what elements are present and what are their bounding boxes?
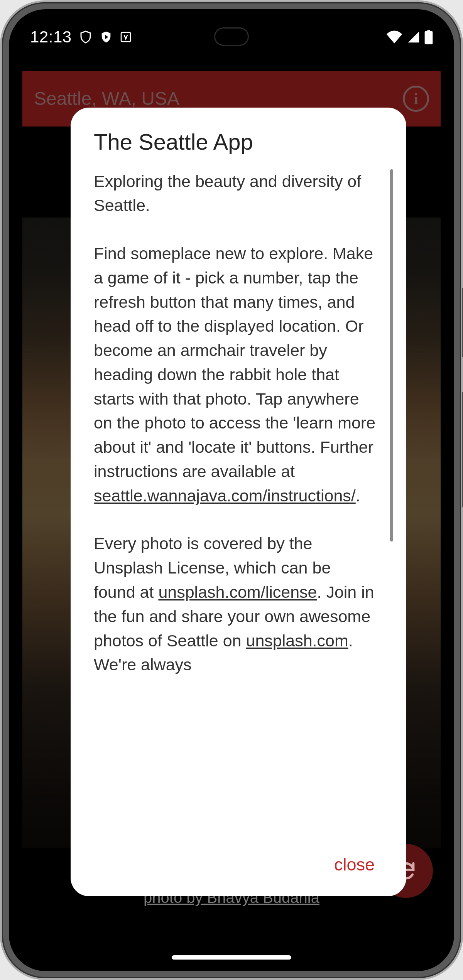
svg-rect-2 [428, 30, 430, 32]
cell-signal-icon [407, 30, 421, 44]
scrollbar[interactable] [390, 169, 393, 541]
shield-play-icon [100, 30, 113, 44]
phone-frame: 12:13 [2, 2, 461, 978]
dialog-intro: Exploring the beauty and diversity of Se… [94, 172, 361, 215]
unsplash-link[interactable]: unsplash.com [246, 631, 348, 650]
camera-cutout [214, 27, 249, 46]
status-time: 12:13 [30, 28, 72, 46]
instructions-link[interactable]: seattle.wannajava.com/instructions/ [94, 486, 356, 505]
dialog-para1-b: . [356, 486, 360, 505]
dialog-actions: close [94, 835, 395, 881]
dialog-para1-a: Find someplace new to explore. Make a ga… [94, 244, 375, 481]
dialog-body[interactable]: Exploring the beauty and diversity of Se… [94, 169, 395, 835]
unsplash-license-link[interactable]: unsplash.com/license [158, 583, 317, 601]
wifi-icon [386, 30, 403, 44]
svg-rect-1 [425, 31, 433, 44]
battery-icon [424, 30, 433, 44]
dialog-title: The Seattle App [94, 129, 395, 155]
dialog-body-wrap: Exploring the beauty and diversity of Se… [94, 169, 395, 835]
nav-handle[interactable] [172, 955, 291, 960]
about-dialog: The Seattle App Exploring the beauty and… [71, 108, 406, 896]
close-button[interactable]: close [323, 848, 385, 881]
phone-screen: 12:13 [9, 9, 454, 971]
shield-outline-icon [79, 29, 93, 45]
text-box-icon [120, 31, 132, 43]
